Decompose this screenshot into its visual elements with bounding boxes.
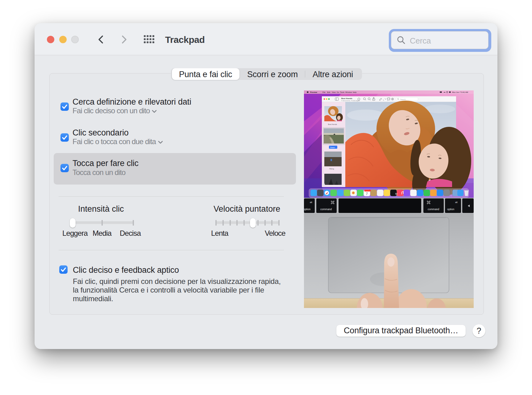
- svg-text:Hiking: Hiking: [329, 168, 334, 170]
- svg-text:Window: Window: [345, 91, 352, 93]
- svg-text:View: View: [332, 91, 336, 93]
- svg-text:Best friends: Best friends: [328, 123, 337, 125]
- svg-text:Tools: Tools: [340, 91, 344, 93]
- svg-text:Best friends: Best friends: [341, 97, 352, 99]
- svg-text:option: option: [447, 208, 454, 211]
- svg-text:File: File: [322, 91, 326, 93]
- svg-text:Help: Help: [353, 91, 357, 93]
- svg-text:Preview: Preview: [310, 91, 317, 93]
- svg-text:alt: alt: [455, 201, 457, 203]
- svg-text:command: command: [320, 208, 332, 211]
- svg-text:Mon Jun 7 9:41 AM: Mon Jun 7 9:41 AM: [452, 91, 468, 93]
- svg-text:4 documents, 4 total pages: 4 documents, 4 total pages: [341, 100, 360, 102]
- svg-text:Dawn: Dawn: [330, 147, 335, 148]
- svg-text:option: option: [304, 208, 310, 211]
- svg-text:command: command: [428, 208, 439, 211]
- svg-text:tv: tv: [395, 192, 398, 195]
- svg-text:Go: Go: [337, 91, 339, 93]
- svg-text:Search: Search: [400, 98, 406, 100]
- svg-text:alt: alt: [310, 201, 312, 203]
- svg-text:Edit: Edit: [327, 91, 330, 93]
- svg-text:7: 7: [366, 192, 368, 196]
